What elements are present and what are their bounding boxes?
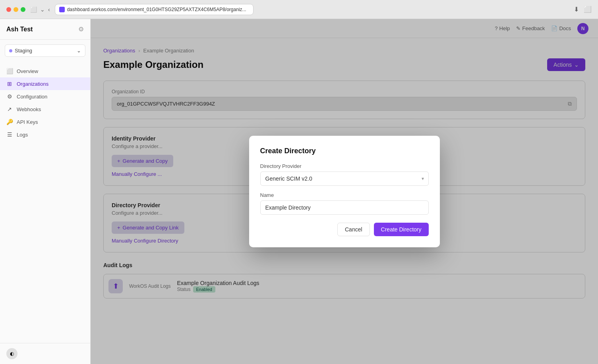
sidebar-item-overview[interactable]: ⬜ Overview — [0, 65, 90, 77]
sidebar: Ash Test ⚙ Staging ⌄ ⬜ Overview ⊞ Organi… — [0, 19, 91, 364]
env-status-dot — [9, 49, 12, 52]
chevron-down-icon: ⌄ — [77, 48, 81, 54]
browser-chrome: ⬜ ⌄ ‹ dashboard.workos.com/environment_0… — [0, 0, 598, 19]
main-content: ? Help ✎ Feedback 📄 Docs N Organizations… — [91, 19, 598, 364]
create-directory-modal: Create Directory Directory Provider Gene… — [249, 136, 440, 247]
environment-selector[interactable]: Staging ⌄ — [5, 44, 85, 57]
directory-provider-select[interactable]: Generic SCIM v2.0 Okta SCIM v2.0 Azure S… — [260, 171, 429, 186]
sidebar-item-configuration[interactable]: ⚙ Configuration — [0, 90, 90, 103]
back-icon[interactable]: ‹ — [48, 6, 50, 13]
close-window-button[interactable] — [6, 7, 11, 12]
sidebar-item-label: Overview — [17, 68, 38, 74]
create-directory-button[interactable]: Create Directory — [374, 223, 429, 236]
modal-title: Create Directory — [260, 147, 429, 155]
sidebar-nav: ⬜ Overview ⊞ Organizations ⚙ Configurati… — [0, 62, 90, 343]
sidebar-toggle-icon[interactable]: ⬜ — [30, 6, 37, 13]
extensions-icon[interactable]: ⬜ — [584, 6, 592, 13]
app-title: Ash Test — [6, 26, 33, 33]
api-keys-icon: 🔑 — [6, 119, 13, 125]
sidebar-item-label: Logs — [17, 132, 28, 138]
traffic-lights — [6, 7, 25, 12]
env-name: Staging — [15, 48, 32, 54]
chevron-down-icon[interactable]: ⌄ — [40, 6, 45, 13]
sidebar-item-organizations[interactable]: ⊞ Organizations — [0, 77, 90, 90]
webhooks-icon: ↗ — [6, 106, 13, 112]
modal-overlay: Create Directory Directory Provider Gene… — [91, 19, 598, 364]
browser-nav-icons: ⬜ ⌄ ‹ — [30, 6, 50, 13]
download-icon[interactable]: ⬇ — [574, 6, 579, 13]
overview-icon: ⬜ — [6, 68, 13, 74]
logs-icon: ☰ — [6, 131, 13, 138]
sidebar-item-label: Organizations — [17, 81, 48, 87]
sidebar-bottom: ◐ — [0, 343, 90, 364]
provider-select-wrapper: Generic SCIM v2.0 Okta SCIM v2.0 Azure S… — [260, 171, 429, 186]
name-field-label: Name — [260, 192, 429, 198]
theme-toggle[interactable]: ◐ — [6, 348, 17, 359]
provider-field-label: Directory Provider — [260, 163, 429, 169]
sidebar-header: Ash Test ⚙ — [0, 19, 90, 40]
sidebar-item-label: Configuration — [17, 94, 47, 100]
workos-favicon — [59, 7, 65, 12]
directory-name-input[interactable] — [260, 200, 429, 215]
settings-icon[interactable]: ⚙ — [78, 25, 84, 33]
address-bar[interactable]: dashboard.workos.com/environment_01G0HTS… — [55, 4, 254, 15]
app-layout: Ash Test ⚙ Staging ⌄ ⬜ Overview ⊞ Organi… — [0, 19, 598, 364]
modal-actions: Cancel Create Directory — [260, 223, 429, 236]
organizations-icon: ⊞ — [6, 81, 13, 87]
minimize-window-button[interactable] — [14, 7, 18, 12]
sidebar-item-webhooks[interactable]: ↗ Webhooks — [0, 103, 90, 116]
sidebar-item-label: Webhooks — [17, 106, 41, 112]
sidebar-item-api-keys[interactable]: 🔑 API Keys — [0, 116, 90, 128]
configuration-icon: ⚙ — [6, 93, 13, 100]
maximize-window-button[interactable] — [21, 7, 25, 12]
browser-right-actions: ⬇ ⬜ — [574, 6, 592, 13]
sidebar-item-logs[interactable]: ☰ Logs — [0, 128, 90, 141]
sidebar-item-label: API Keys — [17, 119, 38, 125]
cancel-button[interactable]: Cancel — [337, 223, 370, 236]
address-text: dashboard.workos.com/environment_01G0HTS… — [67, 7, 246, 12]
